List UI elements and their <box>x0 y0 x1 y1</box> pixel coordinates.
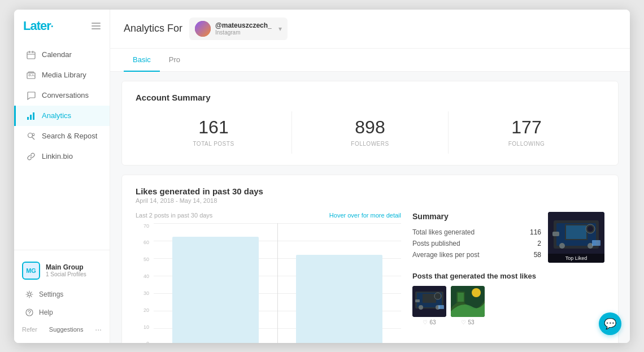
chat-bubble-icon: 💬 <box>604 318 616 330</box>
logo-dot: · <box>51 21 53 32</box>
sidebar-item-linkin-bio[interactable]: Linkin.bio <box>14 146 110 167</box>
app-logo: Later· <box>23 19 53 33</box>
app-window: Later· Calendar <box>14 10 630 343</box>
content-area: Basic Pro Account Summary 161 TOTAL POST… <box>110 49 630 343</box>
total-posts-value: 161 <box>136 117 291 138</box>
svg-rect-39 <box>458 293 464 302</box>
summary-label-posts: Posts published <box>412 240 460 247</box>
heart-icon-1: ♡ <box>423 319 428 325</box>
y-label-0: 0 <box>136 341 151 342</box>
top-liked-label: Top Liked <box>548 254 604 263</box>
help-label: Help <box>39 308 53 316</box>
svg-rect-25 <box>552 232 559 236</box>
likes-subtitle: April 14, 2018 - May 14, 2018 <box>136 197 604 204</box>
help-icon <box>24 307 34 318</box>
svg-point-13 <box>28 293 31 295</box>
tab-basic[interactable]: Basic <box>124 49 160 72</box>
y-label-50: 50 <box>136 257 151 262</box>
svg-point-24 <box>588 226 593 232</box>
svg-point-30 <box>419 305 423 310</box>
chat-bubble-button[interactable]: 💬 <box>599 312 621 335</box>
top-liked-image[interactable]: Top Liked <box>548 212 604 263</box>
tab-pro[interactable]: Pro <box>160 49 189 72</box>
y-label-30: 30 <box>136 290 151 296</box>
svg-point-33 <box>434 293 441 299</box>
post-1-likes: ♡ 63 <box>423 319 436 325</box>
account-summary-card: Account Summary 161 TOTAL POSTS 898 FOLL… <box>121 81 619 166</box>
account-selector[interactable]: @mateuszczech_ Instagram ▾ <box>189 18 288 40</box>
summary-row-avg-likes: Average likes per post 58 <box>412 249 541 260</box>
summary-val-posts: 2 <box>537 240 541 247</box>
post-thumb-2[interactable]: ♡ 53 <box>451 286 485 325</box>
svg-rect-0 <box>27 52 35 59</box>
svg-rect-26 <box>592 240 601 246</box>
svg-point-10 <box>28 133 33 137</box>
stat-followers: 898 FOLLOWERS <box>292 111 449 154</box>
post-1-like-count: 63 <box>429 319 436 325</box>
dots-menu-icon[interactable]: ··· <box>95 325 102 334</box>
stat-total-posts: 161 TOTAL POSTS <box>136 111 292 154</box>
following-value: 177 <box>449 117 604 138</box>
search-repost-icon <box>26 131 36 141</box>
stat-following: 177 FOLLOWING <box>449 111 604 154</box>
most-likes-title: Posts that generated the most likes <box>412 272 604 280</box>
most-likes-section: Posts that generated the most likes <box>412 272 604 325</box>
post-2-image <box>451 286 485 317</box>
sidebar-item-calendar[interactable]: Calendar <box>14 45 110 65</box>
settings-label: Settings <box>39 290 63 298</box>
account-avatar <box>195 21 211 37</box>
svg-rect-8 <box>30 115 32 120</box>
bar-2[interactable] <box>278 223 402 343</box>
logo-text: Later <box>23 19 51 33</box>
chart-header: Last 2 posts in past 30 days Hover over … <box>136 212 401 219</box>
total-posts-label: TOTAL POSTS <box>193 141 234 147</box>
refer-row: Refer Suggestions ··· <box>14 321 110 337</box>
chart-hover-hint: Hover over for more detail <box>329 212 401 219</box>
y-label-60: 60 <box>136 240 151 245</box>
summary-row-posts: Posts published 2 <box>412 238 541 249</box>
footer-items: Settings Help <box>14 285 110 321</box>
suggestions-label: Suggestions <box>49 326 84 333</box>
y-label-20: 20 <box>136 307 151 313</box>
summary-box: Summary Total likes generated 116 Posts … <box>412 212 541 260</box>
svg-rect-32 <box>423 294 436 303</box>
help-item[interactable]: Help <box>14 303 110 321</box>
sidebar-logo: Later· <box>14 10 110 40</box>
page-header: Analytics For @mateuszczech_ Instagram ▾ <box>110 10 630 49</box>
chart-area: Last 2 posts in past 30 days Hover over … <box>136 212 401 343</box>
sidebar-item-analytics[interactable]: Analytics <box>14 106 110 126</box>
sidebar-item-conversations[interactable]: Conversations <box>14 85 110 106</box>
likes-section: Likes generated in past 30 days April 14… <box>121 175 619 343</box>
summary-val-avg: 58 <box>534 251 541 259</box>
y-label-70: 70 <box>136 223 151 229</box>
sidebar-item-conversations-label: Conversations <box>42 91 89 99</box>
sidebar: Later· Calendar <box>14 10 110 343</box>
right-panel: Summary Total likes generated 116 Posts … <box>412 212 604 343</box>
menu-icon[interactable] <box>92 23 101 29</box>
summary-label-total-likes: Total likes generated <box>412 228 475 236</box>
stats-row: 161 TOTAL POSTS 898 FOLLOWERS 177 FOLLOW… <box>136 111 604 154</box>
sidebar-nav: Calendar Media Library <box>14 40 110 250</box>
chart-y-labels: 70 60 50 40 30 20 10 0 <box>136 223 151 343</box>
analytics-for-label: Analytics For <box>124 23 182 34</box>
post-1-image <box>412 286 446 317</box>
svg-line-11 <box>32 137 35 140</box>
post-thumb-1[interactable]: ♡ 63 <box>412 286 446 325</box>
settings-item[interactable]: Settings <box>14 285 110 303</box>
group-sub: 1 Social Profiles <box>46 271 86 277</box>
sidebar-item-media-library[interactable]: Media Library <box>14 65 110 85</box>
sidebar-item-analytics-label: Analytics <box>42 111 71 120</box>
sidebar-item-search-repost[interactable]: Search & Repost <box>14 126 110 146</box>
bar-1[interactable] <box>154 223 277 343</box>
main-content: Analytics For @mateuszczech_ Instagram ▾… <box>110 10 630 343</box>
svg-point-37 <box>472 288 481 297</box>
svg-rect-35 <box>438 305 444 309</box>
likes-title: Likes generated in past 30 days <box>136 186 604 196</box>
account-summary-title: Account Summary <box>136 93 604 102</box>
svg-rect-6 <box>28 72 34 73</box>
tabs-bar: Basic Pro <box>110 49 630 72</box>
svg-rect-22 <box>566 225 586 239</box>
group-selector[interactable]: MG Main Group 1 Social Profiles <box>14 256 110 285</box>
summary-label-avg: Average likes per post <box>412 251 480 259</box>
summary-title: Summary <box>412 212 541 221</box>
